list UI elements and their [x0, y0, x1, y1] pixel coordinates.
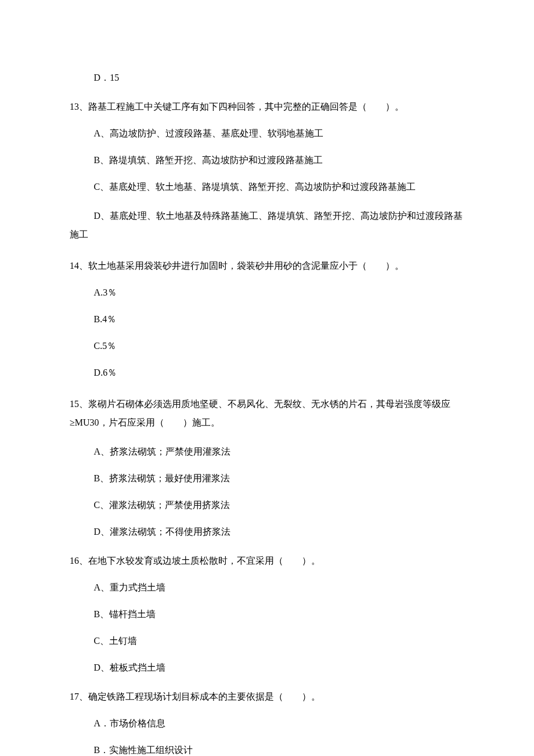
question-13-option-d: D、基底处理、软土地基及特殊路基施工、路堤填筑、路堑开挖、高边坡防护和过渡段路基…	[70, 207, 464, 244]
question-14-stem: 14、软土地基采用袋装砂井进行加固时，袋装砂井用砂的含泥量应小于（ ）。	[70, 259, 464, 273]
question-16-option-d: D、桩板式挡土墙	[70, 661, 464, 675]
question-13-stem: 13、路基工程施工中关键工序有如下四种回答，其中完整的正确回答是（ ）。	[70, 100, 464, 114]
question-17-stem: 17、确定铁路工程现场计划目标成本的主要依据是（ ）。	[70, 690, 464, 704]
question-14-option-a: A.3％	[70, 286, 464, 300]
question-16-option-b: B、锚杆挡土墙	[70, 607, 464, 621]
question-14-option-d: D.6％	[70, 366, 464, 380]
question-14-option-c: C.5％	[70, 339, 464, 353]
question-14-option-b: B.4％	[70, 312, 464, 326]
question-13-option-c: C、基底处理、软土地基、路堤填筑、路堑开挖、高边坡防护和过渡段路基施工	[70, 180, 464, 194]
question-13-option-a: A、高边坡防护、过渡段路基、基底处理、软弱地基施工	[70, 127, 464, 141]
question-13-option-b: B、路堤填筑、路堑开挖、高边坡防护和过渡段路基施工	[70, 153, 464, 167]
question-15-option-d: D、灌浆法砌筑；不得使用挤浆法	[70, 525, 464, 539]
question-17-option-a: A．市场价格信息	[70, 717, 464, 730]
question-16-option-c: C、土钉墙	[70, 634, 464, 648]
document-page: D．15 13、路基工程施工中关键工序有如下四种回答，其中完整的正确回答是（ ）…	[0, 0, 534, 756]
question-15-stem: 15、浆砌片石砌体必须选用质地坚硬、不易风化、无裂纹、无水锈的片石，其母岩强度等…	[70, 395, 464, 432]
question-16-option-a: A、重力式挡土墙	[70, 581, 464, 595]
question-15-option-c: C、灌浆法砌筑；严禁使用挤浆法	[70, 498, 464, 512]
question-17-option-b: B．实施性施工组织设计	[70, 743, 464, 756]
prev-question-option-d: D．15	[70, 71, 464, 85]
question-16-stem: 16、在地下水较发育或边坡土质松散时，不宜采用（ ）。	[70, 554, 464, 568]
question-15-option-a: A、挤浆法砌筑；严禁使用灌浆法	[70, 445, 464, 459]
question-15-option-b: B、挤浆法砌筑；最好使用灌浆法	[70, 471, 464, 485]
